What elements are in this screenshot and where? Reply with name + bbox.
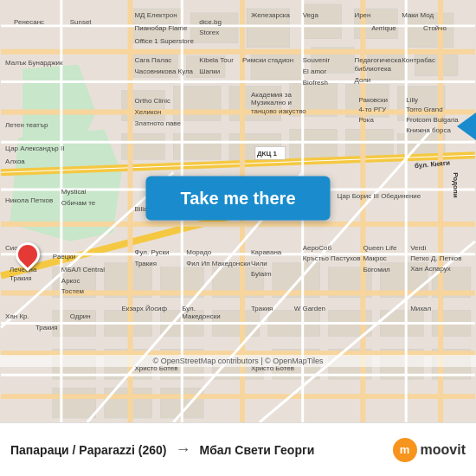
map-container: бул. Княги Родопи Ренесанс Sunset МД Еле…: [0, 0, 476, 422]
svg-text:Queen Life: Queen Life: [363, 244, 396, 252]
svg-text:Тракия: Тракия: [35, 324, 57, 331]
svg-text:Тракия: Тракия: [134, 260, 157, 267]
app: бул. Княги Родопи Ренесанс Sunset МД Еле…: [0, 0, 476, 476]
take-me-there-button[interactable]: Take me there: [145, 177, 330, 221]
svg-text:Рока: Рока: [358, 116, 374, 124]
svg-text:танцово изкуство: танцово изкуство: [251, 107, 306, 115]
svg-text:Книжна борса: Книжна борса: [406, 126, 451, 134]
svg-text:Цар Борис III Обединение: Цар Борис III Обединение: [338, 192, 421, 200]
svg-text:Тостем: Тостем: [61, 287, 84, 295]
svg-text:Хан Аспарух: Хан Аспарух: [410, 265, 451, 273]
svg-text:МД Електрон: МД Електрон: [134, 11, 177, 19]
svg-text:Storex: Storex: [199, 29, 219, 36]
svg-text:Бул.: Бул.: [182, 305, 196, 312]
svg-text:Никола Петков: Никола Петков: [5, 196, 53, 204]
svg-text:Каравана: Каравана: [251, 248, 282, 256]
svg-text:Златното паве: Златното паве: [134, 119, 181, 127]
svg-text:Богомил: Богомил: [363, 266, 390, 273]
svg-text:Ortho Clinic: Ortho Clinic: [134, 98, 170, 106]
svg-text:Малък Бунарджик: Малък Бунарджик: [5, 59, 63, 67]
svg-text:Педагогическа: Педагогическа: [354, 56, 402, 64]
svg-text:dice.bg: dice.bg: [199, 18, 222, 26]
svg-text:Фил Ип Македонски: Фил Ип Македонски: [186, 260, 250, 267]
route-to-label: Мбал Свети Георги: [199, 443, 383, 457]
svg-text:Летен театър: Летен театър: [5, 121, 48, 129]
svg-text:Frotcom Bulgaria: Frotcom Bulgaria: [406, 116, 459, 124]
svg-text:Алхоа: Алхоа: [5, 158, 25, 165]
svg-text:Цар Александър II: Цар Александър II: [5, 145, 64, 152]
svg-text:Екзарх Йосиф: Екзарх Йосиф: [122, 305, 168, 312]
svg-text:Контрабас: Контрабас: [402, 56, 435, 64]
svg-text:Буlaim: Буlaim: [251, 270, 272, 278]
svg-text:Фул. Руски: Фул. Руски: [134, 248, 169, 256]
bottom-bar: Папараци / Paparazzi (260) → Мбал Свети …: [0, 422, 476, 476]
svg-text:ДКЦ 1: ДКЦ 1: [257, 150, 278, 158]
svg-text:Хан Кр.: Хан Кр.: [5, 312, 29, 320]
svg-text:Музикално и: Музикално и: [251, 100, 292, 107]
svg-text:Ирен: Ирен: [354, 11, 370, 19]
svg-text:4-то РГУ: 4-то РГУ: [358, 106, 387, 113]
svg-rect-22: [173, 133, 221, 159]
svg-text:Аркос: Аркос: [61, 277, 80, 285]
svg-text:Тракия: Тракия: [10, 274, 32, 282]
svg-text:Кръстьо Пастухов: Кръстьо Пастухов: [303, 254, 361, 262]
svg-text:Раецки: Раецки: [53, 253, 75, 261]
svg-text:Часовникова Кула: Часовникова Кула: [134, 68, 193, 75]
svg-text:Office 1 Superstore: Office 1 Superstore: [134, 37, 194, 45]
svg-text:Шапки: Шапки: [199, 68, 220, 75]
svg-text:АероСоб: АероСоб: [303, 244, 332, 252]
svg-text:Vega: Vega: [303, 11, 319, 19]
svg-text:Сага Палас: Сага Палас: [134, 56, 171, 64]
svg-text:Маки Мод: Маки Мод: [402, 11, 434, 19]
svg-text:Родопи: Родопи: [452, 172, 460, 198]
destination-arrow: [457, 113, 476, 140]
location-pin: [16, 242, 40, 267]
svg-text:Доли: Доли: [354, 76, 370, 84]
svg-text:Петко Д. Петков: Петко Д. Петков: [410, 254, 461, 262]
svg-text:Академия за: Академия за: [251, 91, 293, 99]
svg-text:Тракия: Тракия: [251, 305, 273, 312]
svg-rect-16: [173, 87, 221, 121]
svg-text:Sunset: Sunset: [70, 18, 93, 26]
svg-text:Одрин: Одрин: [70, 312, 91, 320]
svg-text:El amor: El amor: [303, 68, 327, 75]
svg-text:библиотека: библиотека: [354, 65, 391, 73]
moovit-logo: m moovit: [393, 438, 466, 462]
map-attribution: © OpenStreetMap contributors | © OpenMap…: [0, 355, 476, 367]
svg-text:Biofresh: Biofresh: [303, 79, 328, 87]
svg-text:Souvenir: Souvenir: [303, 56, 331, 64]
svg-text:Македонски: Македонски: [182, 312, 220, 320]
svg-text:Ренесанс: Ренесанс: [14, 18, 44, 26]
svg-text:Римски стадион: Римски стадион: [242, 56, 293, 64]
svg-rect-25: [345, 129, 393, 159]
svg-text:МБАЛ Central: МБАЛ Central: [61, 266, 105, 273]
svg-text:Verdi: Verdi: [410, 244, 426, 252]
svg-text:W Garden: W Garden: [294, 305, 325, 312]
svg-text:Хеликон: Хеликон: [134, 108, 161, 116]
svg-rect-6: [303, 4, 342, 39]
svg-text:Mystical: Mystical: [61, 188, 87, 196]
moovit-icon: m: [393, 438, 417, 462]
svg-text:Kibela Tour: Kibela Tour: [199, 56, 234, 64]
svg-text:Макрос: Макрос: [363, 254, 386, 262]
svg-text:Михал: Михал: [410, 305, 431, 312]
svg-text:Раковски: Раковски: [358, 96, 388, 104]
svg-text:Чили: Чили: [251, 260, 267, 267]
svg-text:Желeзарска: Желeзарска: [251, 11, 291, 19]
svg-text:Антique: Антique: [371, 24, 396, 32]
svg-text:Пианобар Flame: Пианобар Flame: [134, 24, 187, 32]
svg-text:Обичам те: Обичам те: [61, 199, 96, 207]
svg-rect-51: [53, 388, 96, 418]
route-direction-arrow: →: [175, 441, 190, 459]
svg-rect-24: [290, 129, 338, 159]
svg-text:Стойчо: Стойчо: [423, 24, 447, 32]
route-from-label: Папараци / Paparazzi (260): [10, 443, 166, 457]
svg-text:Torro Grand: Torro Grand: [406, 106, 442, 113]
svg-text:Морадо: Морадо: [186, 248, 212, 256]
moovit-icon-letter: m: [400, 443, 410, 456]
svg-text:Lilly: Lilly: [406, 96, 418, 104]
moovit-text: moovit: [421, 442, 466, 458]
